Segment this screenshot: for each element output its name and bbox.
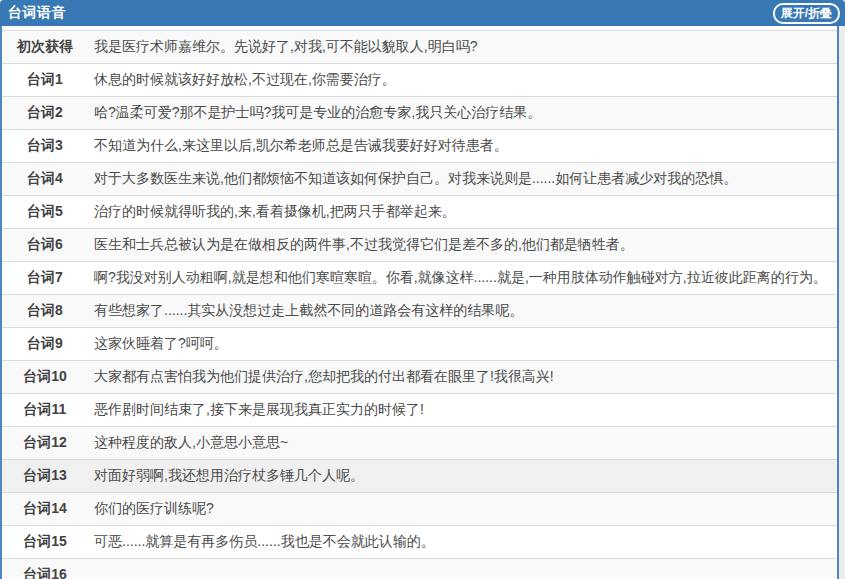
voice-line-text: 休息的时候就该好好放松,不过现在,你需要治疗。 xyxy=(88,64,837,97)
voice-line-text: 你们的医疗训练呢? xyxy=(88,493,837,526)
voice-line-label: 台词7 xyxy=(2,262,88,295)
voice-line-row[interactable]: 台词15 可恶......就算是有再多伤员......我也是不会就此认输的。 xyxy=(2,526,837,559)
voice-line-text: 这种程度的敌人,小意思小意思~ xyxy=(88,427,837,460)
voice-line-text: 对面好弱啊,我还想用治疗杖多锤几个人呢。 xyxy=(88,460,837,493)
voice-line-row[interactable]: 初次获得 我是医疗术师嘉维尔。先说好了,对我,可不能以貌取人,明白吗? xyxy=(2,31,837,64)
voice-line-label: 台词6 xyxy=(2,229,88,262)
panel-header: 台词语音 展开/折叠 xyxy=(0,0,845,26)
voice-line-text: 哈?温柔可爱?那不是护士吗?我可是专业的治愈专家,我只关心治疗结果。 xyxy=(88,97,837,130)
voice-line-label: 台词11 xyxy=(2,394,88,427)
voice-table-body: 初次获得 我是医疗术师嘉维尔。先说好了,对我,可不能以貌取人,明白吗? 台词1 … xyxy=(2,31,837,579)
voice-line-text: 对于大多数医生来说,他们都烦恼不知道该如何保护自己。对我来说则是......如何… xyxy=(88,163,837,196)
voice-line-row[interactable]: 台词12 这种程度的敌人,小意思小意思~ xyxy=(2,427,837,460)
voice-line-label: 初次获得 xyxy=(2,31,88,64)
expand-collapse-button[interactable]: 展开/折叠 xyxy=(773,3,840,24)
voice-line-label: 台词9 xyxy=(2,328,88,361)
voice-line-row[interactable]: 台词16 xyxy=(2,559,837,579)
voice-line-row[interactable]: 台词9 这家伙睡着了?呵呵。 xyxy=(2,328,837,361)
panel-body: 初次获得 我是医疗术师嘉维尔。先说好了,对我,可不能以貌取人,明白吗? 台词1 … xyxy=(0,26,839,579)
voice-line-text xyxy=(88,559,837,579)
voice-line-text: 大家都有点害怕我为他们提供治疗,您却把我的付出都看在眼里了!我很高兴! xyxy=(88,361,837,394)
voice-line-text: 可恶......就算是有再多伤员......我也是不会就此认输的。 xyxy=(88,526,837,559)
panel-title: 台词语音 xyxy=(8,4,66,22)
voice-line-row[interactable]: 台词11 恶作剧时间结束了,接下来是展现我真正实力的时候了! xyxy=(2,394,837,427)
voice-line-label: 台词10 xyxy=(2,361,88,394)
voice-line-row[interactable]: 台词3 不知道为什么,来这里以后,凯尔希老师总是告诫我要好好对待患者。 xyxy=(2,130,837,163)
voice-line-label: 台词16 xyxy=(2,559,88,579)
voice-line-label: 台词1 xyxy=(2,64,88,97)
voice-line-text: 不知道为什么,来这里以后,凯尔希老师总是告诫我要好好对待患者。 xyxy=(88,130,837,163)
voice-line-label: 台词8 xyxy=(2,295,88,328)
voice-line-label: 台词5 xyxy=(2,196,88,229)
voice-line-row[interactable]: 台词8 有些想家了......其实从没想过走上截然不同的道路会有这样的结果呢。 xyxy=(2,295,837,328)
voice-lines-panel: 台词语音 展开/折叠 初次获得 我是医疗术师嘉维尔。先说好了,对我,可不能以貌取… xyxy=(0,0,845,579)
voice-line-text: 啊?我没对别人动粗啊,就是想和他们寒暄寒暄。你看,就像这样......就是,一种… xyxy=(88,262,837,295)
voice-line-label: 台词15 xyxy=(2,526,88,559)
voice-line-label: 台词4 xyxy=(2,163,88,196)
voice-line-row[interactable]: 台词2 哈?温柔可爱?那不是护士吗?我可是专业的治愈专家,我只关心治疗结果。 xyxy=(2,97,837,130)
voice-line-text: 治疗的时候就得听我的,来,看着摄像机,把两只手都举起来。 xyxy=(88,196,837,229)
voice-line-text: 我是医疗术师嘉维尔。先说好了,对我,可不能以貌取人,明白吗? xyxy=(88,31,837,64)
voice-line-row[interactable]: 台词7 啊?我没对别人动粗啊,就是想和他们寒暄寒暄。你看,就像这样......就… xyxy=(2,262,837,295)
voice-line-label: 台词2 xyxy=(2,97,88,130)
voice-line-text: 这家伙睡着了?呵呵。 xyxy=(88,328,837,361)
voice-line-label: 台词13 xyxy=(2,460,88,493)
voice-line-text: 医生和士兵总被认为是在做相反的两件事,不过我觉得它们是差不多的,他们都是牺牲者。 xyxy=(88,229,837,262)
voice-line-row[interactable]: 台词13 对面好弱啊,我还想用治疗杖多锤几个人呢。 xyxy=(2,460,837,493)
voice-line-row[interactable]: 台词6 医生和士兵总被认为是在做相反的两件事,不过我觉得它们是差不多的,他们都是… xyxy=(2,229,837,262)
voice-line-text: 恶作剧时间结束了,接下来是展现我真正实力的时候了! xyxy=(88,394,837,427)
voice-line-label: 台词12 xyxy=(2,427,88,460)
voice-line-row[interactable]: 台词4 对于大多数医生来说,他们都烦恼不知道该如何保护自己。对我来说则是....… xyxy=(2,163,837,196)
voice-line-row[interactable]: 台词14 你们的医疗训练呢? xyxy=(2,493,837,526)
voice-line-label: 台词3 xyxy=(2,130,88,163)
voice-line-label: 台词14 xyxy=(2,493,88,526)
voice-line-row[interactable]: 台词5 治疗的时候就得听我的,来,看着摄像机,把两只手都举起来。 xyxy=(2,196,837,229)
voice-table: 初次获得 我是医疗术师嘉维尔。先说好了,对我,可不能以貌取人,明白吗? 台词1 … xyxy=(2,30,837,579)
voice-line-text: 有些想家了......其实从没想过走上截然不同的道路会有这样的结果呢。 xyxy=(88,295,837,328)
voice-line-row[interactable]: 台词1 休息的时候就该好好放松,不过现在,你需要治疗。 xyxy=(2,64,837,97)
voice-line-row[interactable]: 台词10 大家都有点害怕我为他们提供治疗,您却把我的付出都看在眼里了!我很高兴! xyxy=(2,361,837,394)
